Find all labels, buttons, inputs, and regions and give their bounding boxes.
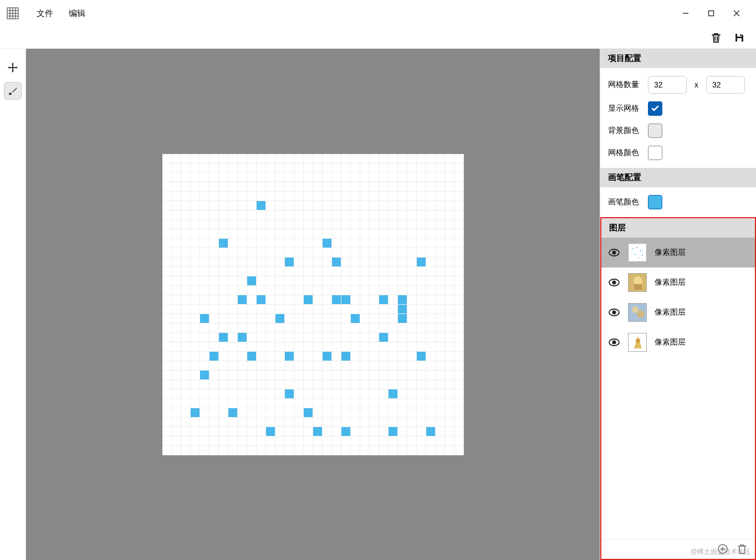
pixel-cell[interactable] (304, 192, 313, 201)
pixel-cell[interactable] (304, 408, 313, 418)
pixel-cell[interactable] (172, 248, 181, 258)
bg-color-swatch[interactable] (648, 124, 662, 138)
pixel-cell[interactable] (219, 286, 228, 295)
pixel-cell[interactable] (181, 220, 191, 229)
pixel-cell[interactable] (445, 182, 454, 192)
pixel-cell[interactable] (181, 323, 191, 333)
pixel-cell[interactable] (323, 361, 332, 371)
pixel-cell[interactable] (454, 295, 464, 305)
pixel-cell[interactable] (360, 154, 370, 163)
grid-cols-input[interactable] (648, 76, 687, 94)
pixel-cell[interactable] (454, 258, 464, 267)
pixel-cell[interactable] (238, 267, 247, 276)
layer-visibility-icon[interactable] (608, 336, 620, 348)
pixel-cell[interactable] (228, 436, 238, 446)
pixel-cell[interactable] (294, 352, 304, 361)
pixel-cell[interactable] (210, 192, 219, 201)
pixel-cell[interactable] (351, 342, 360, 352)
pixel-cell[interactable] (228, 173, 238, 182)
pixel-cell[interactable] (454, 323, 464, 333)
pixel-cell[interactable] (341, 342, 351, 352)
pixel-cell[interactable] (341, 276, 351, 286)
pixel-cell[interactable] (266, 323, 275, 333)
pixel-cell[interactable] (398, 361, 407, 371)
pixel-cell[interactable] (426, 342, 436, 352)
pixel-cell[interactable] (285, 154, 294, 163)
pixel-cell[interactable] (285, 305, 294, 314)
pixel-cell[interactable] (379, 154, 389, 163)
pixel-cell[interactable] (181, 173, 191, 182)
pixel-cell[interactable] (247, 276, 257, 286)
pixel-cell[interactable] (323, 342, 332, 352)
pixel-cell[interactable] (323, 436, 332, 446)
pixel-cell[interactable] (360, 408, 370, 418)
pixel-cell[interactable] (228, 239, 238, 248)
show-grid-checkbox[interactable] (648, 101, 662, 116)
pixel-cell[interactable] (454, 173, 464, 182)
pixel-cell[interactable] (389, 446, 398, 455)
pixel-cell[interactable] (341, 173, 351, 182)
pixel-cell[interactable] (228, 399, 238, 408)
pixel-cell[interactable] (360, 201, 370, 210)
pixel-cell[interactable] (172, 229, 181, 239)
pixel-cell[interactable] (389, 163, 398, 173)
pixel-cell[interactable] (313, 182, 323, 192)
pixel-cell[interactable] (210, 182, 219, 192)
pixel-cell[interactable] (200, 436, 210, 446)
pixel-cell[interactable] (313, 371, 323, 380)
grid-rows-input[interactable] (706, 76, 745, 94)
pixel-cell[interactable] (228, 380, 238, 389)
pixel-cell[interactable] (191, 371, 200, 380)
pixel-cell[interactable] (294, 220, 304, 229)
pixel-cell[interactable] (379, 389, 389, 399)
pixel-cell[interactable] (219, 314, 228, 323)
pixel-cell[interactable] (219, 258, 228, 267)
pixel-cell[interactable] (398, 352, 407, 361)
pixel-cell[interactable] (181, 286, 191, 295)
pixel-cell[interactable] (323, 182, 332, 192)
pixel-cell[interactable] (181, 436, 191, 446)
pixel-cell[interactable] (294, 342, 304, 352)
pixel-cell[interactable] (398, 427, 407, 436)
pixel-cell[interactable] (219, 333, 228, 342)
pixel-cell[interactable] (257, 399, 266, 408)
pixel-cell[interactable] (360, 436, 370, 446)
pixel-cell[interactable] (181, 192, 191, 201)
delete-layer-button[interactable] (737, 543, 749, 556)
pixel-cell[interactable] (313, 295, 323, 305)
pixel-cell[interactable] (379, 408, 389, 418)
pixel-cell[interactable] (275, 295, 285, 305)
pixel-cell[interactable] (389, 173, 398, 182)
pixel-cell[interactable] (313, 436, 323, 446)
pixel-cell[interactable] (454, 201, 464, 210)
pixel-cell[interactable] (162, 305, 172, 314)
pixel-cell[interactable] (426, 163, 436, 173)
pixel-cell[interactable] (238, 163, 247, 173)
pixel-cell[interactable] (370, 427, 379, 436)
pixel-cell[interactable] (228, 418, 238, 427)
pixel-cell[interactable] (162, 154, 172, 163)
pixel-cell[interactable] (200, 248, 210, 258)
pixel-cell[interactable] (407, 154, 417, 163)
pixel-cell[interactable] (247, 399, 257, 408)
pixel-cell[interactable] (238, 210, 247, 220)
pixel-cell[interactable] (210, 201, 219, 210)
pixel-cell[interactable] (172, 446, 181, 455)
pixel-cell[interactable] (219, 220, 228, 229)
pixel-cell[interactable] (257, 286, 266, 295)
pixel-cell[interactable] (323, 286, 332, 295)
pixel-cell[interactable] (370, 248, 379, 258)
pixel-cell[interactable] (200, 173, 210, 182)
pixel-cell[interactable] (266, 418, 275, 427)
pixel-cell[interactable] (351, 333, 360, 342)
pixel-cell[interactable] (332, 436, 341, 446)
pixel-cell[interactable] (172, 305, 181, 314)
pixel-cell[interactable] (436, 436, 445, 446)
pixel-cell[interactable] (445, 229, 454, 239)
pixel-cell[interactable] (304, 446, 313, 455)
pixel-cell[interactable] (370, 446, 379, 455)
pixel-cell[interactable] (389, 248, 398, 258)
pixel-cell[interactable] (304, 305, 313, 314)
pixel-cell[interactable] (200, 446, 210, 455)
pixel-cell[interactable] (341, 229, 351, 239)
